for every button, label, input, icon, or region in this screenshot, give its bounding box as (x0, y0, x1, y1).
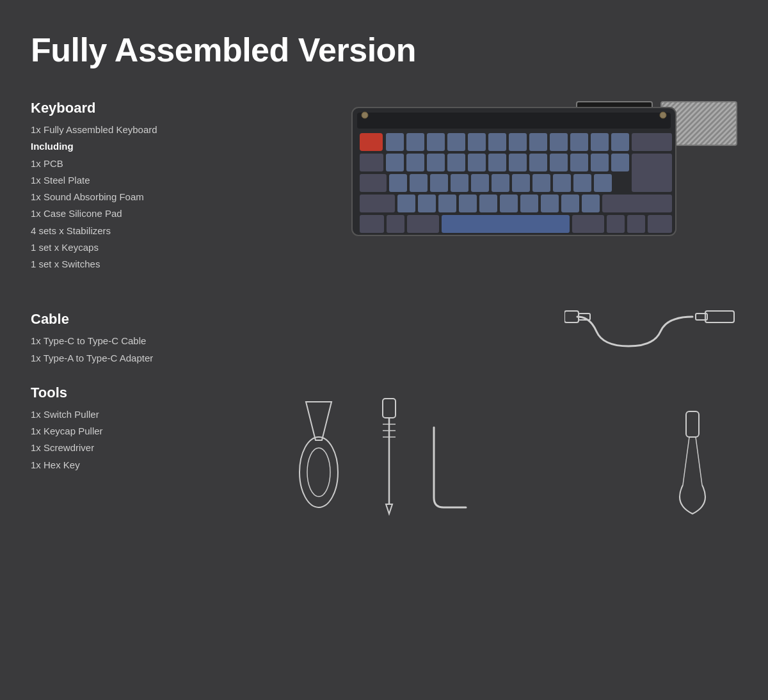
svg-rect-58 (360, 215, 384, 233)
tools-items-list: 1x Switch Puller1x Keycap Puller1x Screw… (31, 406, 274, 473)
svg-rect-19 (632, 133, 672, 151)
svg-rect-10 (447, 133, 465, 151)
svg-rect-40 (492, 174, 509, 192)
svg-rect-7 (386, 133, 404, 151)
svg-rect-51 (479, 195, 497, 212)
svg-rect-48 (418, 195, 436, 212)
svg-rect-45 (594, 174, 612, 192)
hex-key-illustration (421, 421, 472, 523)
svg-rect-49 (438, 195, 456, 212)
svg-rect-27 (509, 154, 527, 171)
svg-rect-47 (397, 195, 415, 212)
keyboard-item: Including (31, 138, 274, 155)
svg-rect-16 (570, 133, 588, 151)
svg-rect-23 (427, 154, 445, 171)
svg-rect-37 (430, 174, 448, 192)
svg-rect-72 (383, 399, 396, 418)
svg-rect-24 (447, 154, 465, 171)
svg-rect-39 (471, 174, 489, 192)
svg-rect-66 (705, 311, 734, 322)
svg-rect-32 (611, 154, 629, 171)
keyboard-item: 1x Steel Plate (31, 172, 274, 189)
cable-item: 1x Type-A to Type-C Adapter (31, 350, 274, 367)
svg-rect-29 (550, 154, 568, 171)
keyboard-item: 1 set x Switches (31, 256, 274, 273)
svg-rect-22 (406, 154, 424, 171)
svg-rect-61 (442, 215, 570, 233)
keyboard-item: 1x PCB (31, 155, 274, 172)
screwdriver-illustration (373, 395, 405, 523)
tools-item: 1x Screwdriver (31, 440, 274, 456)
tools-heading: Tools (31, 385, 274, 401)
keyboard-image (351, 101, 677, 242)
svg-rect-57 (602, 195, 672, 212)
svg-rect-56 (582, 195, 600, 212)
svg-point-3 (660, 112, 666, 118)
svg-rect-17 (591, 133, 609, 151)
keyboard-item: 1 set x Keycaps (31, 239, 274, 256)
svg-rect-33 (632, 154, 672, 192)
cable-items-list: 1x Type-C to Type-C Cable1x Type-A to Ty… (31, 333, 274, 367)
svg-line-79 (696, 437, 702, 485)
svg-rect-31 (591, 154, 609, 171)
cable-item: 1x Type-C to Type-C Cable (31, 333, 274, 349)
svg-point-2 (362, 112, 368, 118)
svg-rect-64 (627, 215, 645, 233)
svg-rect-65 (648, 215, 672, 233)
svg-rect-25 (468, 154, 486, 171)
cable-illustration (564, 293, 737, 383)
svg-rect-35 (389, 174, 407, 192)
keycap-puller-illustration (673, 408, 712, 523)
keyboard-item: 1x Sound Absorbing Foam (31, 189, 274, 205)
svg-rect-8 (406, 133, 424, 151)
keyboard-item: 1x Fully Assembled Keyboard (31, 122, 274, 138)
svg-rect-42 (532, 174, 550, 192)
svg-rect-77 (686, 411, 699, 437)
keyboard-visuals (274, 82, 737, 273)
svg-rect-59 (387, 215, 404, 233)
svg-rect-28 (529, 154, 547, 171)
tools-item: 1x Keycap Puller (31, 423, 274, 440)
svg-rect-11 (468, 133, 486, 151)
svg-rect-53 (520, 195, 538, 212)
svg-rect-38 (451, 174, 468, 192)
svg-rect-13 (509, 133, 527, 151)
svg-rect-1 (357, 113, 671, 129)
svg-line-78 (683, 437, 689, 485)
svg-rect-14 (529, 133, 547, 151)
keyboard-section: Keyboard 1x Fully Assembled KeyboardIncl… (31, 82, 274, 273)
svg-rect-18 (611, 133, 629, 151)
svg-rect-60 (407, 215, 439, 233)
page-title: Fully Assembled Version (0, 0, 768, 69)
svg-rect-36 (410, 174, 428, 192)
svg-rect-63 (607, 215, 625, 233)
cable-tools-visuals (274, 293, 737, 536)
svg-rect-6 (360, 133, 383, 151)
tools-item: 1x Switch Puller (31, 406, 274, 423)
svg-rect-54 (541, 195, 559, 212)
svg-rect-46 (360, 195, 395, 212)
keyboard-item: 1x Case Silicone Pad (31, 205, 274, 222)
svg-rect-50 (459, 195, 477, 212)
svg-rect-34 (360, 174, 387, 192)
svg-rect-62 (572, 215, 604, 233)
keyboard-items-list: 1x Fully Assembled KeyboardIncluding1x P… (31, 122, 274, 273)
svg-rect-26 (488, 154, 506, 171)
svg-rect-41 (512, 174, 530, 192)
svg-point-71 (307, 448, 330, 497)
svg-rect-20 (360, 154, 383, 171)
svg-rect-30 (570, 154, 588, 171)
keyboard-heading: Keyboard (31, 100, 274, 116)
svg-rect-52 (500, 195, 518, 212)
svg-rect-44 (573, 174, 591, 192)
svg-rect-43 (553, 174, 571, 192)
svg-rect-9 (427, 133, 445, 151)
svg-rect-21 (386, 154, 404, 171)
svg-rect-12 (488, 133, 506, 151)
keyboard-item: 4 sets x Stabilizers (31, 223, 274, 239)
svg-rect-55 (561, 195, 579, 212)
cable-heading: Cable (31, 311, 274, 328)
cable-tools-text: Cable 1x Type-C to Type-C Cable1x Type-A… (31, 293, 274, 536)
tools-item: 1x Hex Key (31, 457, 274, 473)
svg-rect-15 (550, 133, 568, 151)
